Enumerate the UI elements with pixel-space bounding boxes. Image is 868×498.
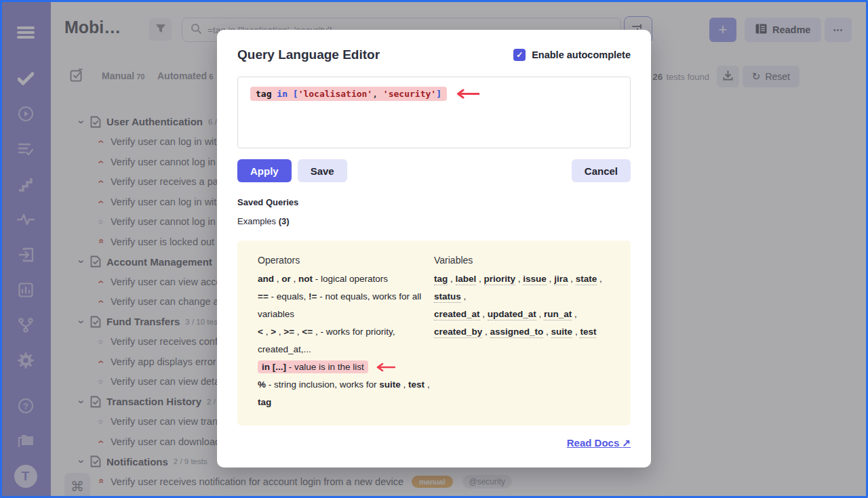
query-help-panel: Operators and , or , not - logical opera… <box>237 241 631 426</box>
variable-name: label <box>456 274 477 285</box>
red-arrow-icon <box>375 362 395 372</box>
variable-help-line: created_at , updated_at , run_at , <box>434 306 610 323</box>
variable-name: created_at <box>434 309 480 320</box>
variable-name: suite <box>551 327 573 338</box>
cancel-button[interactable]: Cancel <box>572 159 631 182</box>
variable-name: assigned_to <box>490 327 544 338</box>
variable-name: jira <box>554 274 568 285</box>
saved-queries-toggle[interactable]: Saved Queries <box>237 197 631 207</box>
apply-button[interactable]: Apply <box>237 159 292 182</box>
checkbox-check-icon: ✓ <box>513 49 526 61</box>
variable-name: updated_at <box>488 309 536 320</box>
operators-title: Operators <box>258 255 434 266</box>
variable-name: status <box>434 291 461 303</box>
enable-autocomplete-checkbox[interactable]: ✓ Enable autocomplete <box>513 49 631 61</box>
save-button[interactable]: Save <box>298 159 347 182</box>
examples-toggle[interactable]: Examples (3) <box>237 216 631 226</box>
read-docs-link[interactable]: Read Docs ↗ <box>567 437 631 449</box>
examples-count: (3) <box>279 216 290 226</box>
query-code-editor[interactable]: tag in ['localisation', 'security'] <box>237 77 631 148</box>
operator-help-line: in [...] - value is in the list <box>258 358 434 376</box>
arrow-up-right-icon: ↗ <box>622 437 631 449</box>
variable-help-line: status , <box>434 288 610 306</box>
operator-help-line: == - equals, != - not equals, works for … <box>258 288 434 323</box>
autocomplete-label: Enable autocomplete <box>532 49 631 60</box>
variable-name: run_at <box>544 309 572 320</box>
operator-help-line: and , or , not - logical operators <box>258 270 434 288</box>
variables-title: Variables <box>434 255 610 266</box>
variable-help-line: tag , label , priority , issue , jira , … <box>434 270 610 288</box>
variables-list: tag , label , priority , issue , jira , … <box>434 270 610 341</box>
variable-help-line: created_by , assigned_to , suite , test <box>434 323 610 341</box>
variable-name: priority <box>484 274 516 285</box>
variable-name: issue <box>523 274 547 285</box>
variable-name: test <box>580 327 596 338</box>
variable-name: state <box>576 274 597 285</box>
query-code-text: tag in ['localisation', 'security'] <box>250 87 447 101</box>
variable-name: tag <box>434 274 448 285</box>
red-arrow-icon <box>455 89 479 99</box>
operators-list: and , or , not - logical operators== - e… <box>258 270 434 411</box>
highlighted-operator: in [...] - value is in the list <box>258 360 368 373</box>
modal-title: Query Language Editor <box>237 47 380 62</box>
operator-help-line: < , > , >= , <= , - works for priority, … <box>258 323 434 358</box>
operator-help-line: % - string inclusion, works for suite , … <box>258 376 434 411</box>
query-language-editor-modal: Query Language Editor ✓ Enable autocompl… <box>217 30 651 468</box>
app-window: ? T Mobi… =tag in ['localisation', 'secu… <box>0 0 868 498</box>
variable-name: created_by <box>434 327 482 338</box>
